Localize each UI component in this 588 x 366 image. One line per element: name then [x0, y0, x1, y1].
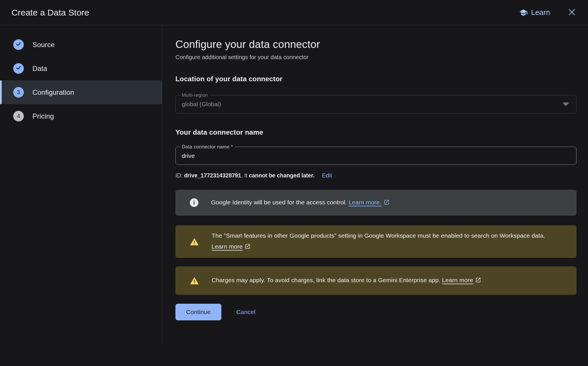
create-data-store-dialog: Create a Data Store Learn Sourc — [0, 0, 588, 366]
name-section-heading: Your data connector name — [175, 128, 577, 136]
school-icon — [519, 8, 528, 17]
info-learn-more-link[interactable]: Learn more. — [349, 199, 381, 206]
workspace-warning-text: The "Smart features in other Google prod… — [212, 230, 561, 253]
warning-icon — [190, 276, 199, 285]
data-connector-name-field: Data connector name * — [175, 147, 577, 165]
dialog-header: Create a Data Store Learn — [0, 0, 588, 25]
learn-link-label: Learn — [531, 8, 550, 17]
id-prefix: ID: — [175, 172, 184, 179]
page-subtitle: Configure additional settings for your d… — [175, 54, 577, 61]
workspace-learn-more-link[interactable]: Learn more — [212, 243, 243, 250]
page-title: Configure your data connector — [175, 38, 577, 51]
data-connector-name-input[interactable] — [176, 147, 576, 164]
active-step-indicator — [0, 80, 2, 104]
learn-link[interactable]: Learn — [519, 8, 550, 17]
cancel-button[interactable]: Cancel — [236, 309, 256, 315]
step-data-check-circle — [13, 63, 24, 74]
edit-id-link[interactable]: Edit — [322, 172, 332, 179]
step-configuration[interactable]: 3 Configuration — [0, 80, 162, 104]
step-configuration-label: Configuration — [32, 88, 74, 96]
close-button[interactable] — [566, 6, 578, 19]
step-source[interactable]: Source — [0, 33, 162, 57]
open-in-new-icon[interactable] — [245, 242, 251, 253]
continue-button[interactable]: Continue — [175, 304, 221, 320]
id-mid: . It — [241, 172, 249, 179]
step-pricing[interactable]: 4 Pricing — [0, 104, 162, 128]
step-pricing-number-circle: 4 — [13, 111, 24, 121]
data-connector-name-label: Data connector name * — [180, 144, 235, 150]
step-data-label: Data — [32, 65, 47, 73]
location-section-heading: Location of your data connector — [175, 75, 577, 83]
dialog-title: Create a Data Store — [11, 8, 89, 18]
step-source-label: Source — [32, 41, 55, 49]
configuration-panel: Configure your data connector Configure … — [163, 25, 588, 366]
step-data[interactable]: Data — [0, 57, 162, 80]
multi-region-select-value: global (Global) — [182, 101, 562, 108]
open-in-new-icon[interactable] — [384, 198, 390, 209]
info-banner: i Google Identity will be used for the a… — [175, 190, 577, 216]
charges-warning-banner: Charges may apply. To avoid charges, lin… — [175, 266, 577, 295]
warning-icon — [190, 237, 199, 246]
multi-region-select[interactable]: Multi-region global (Global) — [175, 95, 577, 113]
id-value: drive_1772314328791 — [184, 172, 241, 179]
close-icon — [567, 7, 577, 18]
multi-region-select-label: Multi-region — [180, 92, 210, 98]
stepper-sidebar: Source Data 3 Configuration 4 Pricing — [0, 25, 162, 366]
check-icon — [16, 41, 22, 49]
connector-id-line: ID: drive_1772314328791 . It cannot be c… — [175, 172, 577, 179]
header-actions: Learn — [519, 6, 578, 19]
dropdown-arrow-icon — [562, 102, 569, 106]
info-banner-text: Google Identity will be used for the acc… — [211, 197, 390, 209]
open-in-new-icon[interactable] — [475, 276, 481, 286]
form-actions: Continue Cancel — [175, 304, 577, 320]
charges-warning-text: Charges may apply. To avoid charges, lin… — [212, 275, 481, 286]
step-configuration-number-circle: 3 — [13, 87, 24, 98]
workspace-warning-banner: The "Smart features in other Google prod… — [175, 225, 577, 258]
step-source-check-circle — [13, 39, 24, 50]
info-icon: i — [190, 198, 198, 207]
step-pricing-label: Pricing — [32, 112, 54, 120]
charges-learn-more-link[interactable]: Learn more — [442, 277, 473, 283]
check-icon — [16, 65, 22, 72]
id-note: cannot be changed later. — [249, 172, 315, 179]
